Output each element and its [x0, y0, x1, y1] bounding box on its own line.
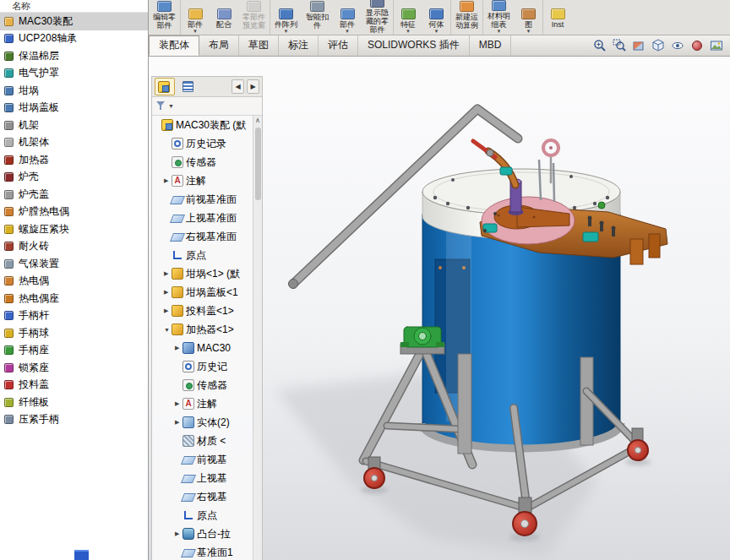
- display-style-icon[interactable]: [650, 37, 667, 54]
- component-list-item[interactable]: 加热器: [0, 151, 148, 169]
- component-list-item[interactable]: 手柄杆: [0, 307, 148, 325]
- tree-item[interactable]: 上视基: [152, 469, 253, 487]
- tree-item[interactable]: ▶ 注解: [152, 171, 253, 190]
- ribbon-button[interactable]: 图 ▼: [515, 0, 543, 35]
- zoom-fit-icon[interactable]: [591, 37, 608, 54]
- tree-item[interactable]: ▶ 注解: [152, 394, 253, 413]
- ribbon-button[interactable]: 材料明 细表 ▼: [483, 0, 515, 35]
- panel-left-arrow[interactable]: ◀: [232, 79, 244, 94]
- component-list-item[interactable]: 机架: [0, 117, 148, 134]
- component-list-item[interactable]: 耐火砖: [0, 238, 148, 256]
- tree-item[interactable]: 原点: [152, 506, 253, 525]
- hide-show-items-icon[interactable]: [669, 37, 686, 54]
- part-icon: [4, 121, 14, 130]
- name-column-header[interactable]: 名称: [0, 0, 148, 13]
- component-list-item[interactable]: 保温棉层: [0, 47, 148, 65]
- dropdown-arrow-icon: ▼: [434, 29, 439, 34]
- ribbon-button[interactable]: Inst: [543, 0, 572, 35]
- featuremanager-tab[interactable]: [155, 78, 175, 95]
- commandmanager-tab[interactable]: SOLIDWORKS 插件: [358, 35, 470, 56]
- displaymanager-tab[interactable]: [177, 78, 198, 95]
- ribbon-button[interactable]: 编辑零 部件: [149, 0, 181, 35]
- scroll-up-arrow[interactable]: ∧: [255, 116, 260, 126]
- ribbon-button[interactable]: 何体 ▼: [422, 0, 451, 35]
- tree-item[interactable]: ▶ 坩埚盖板<1: [152, 283, 253, 302]
- tree-item[interactable]: 基准面1: [152, 543, 253, 560]
- component-list-item[interactable]: 锁紧座: [0, 359, 148, 377]
- ribbon-button[interactable]: 件阵列 ▼: [270, 0, 302, 35]
- expand-arrow-icon[interactable]: ▶: [175, 530, 182, 537]
- section-view-icon[interactable]: [630, 37, 647, 54]
- tree-item[interactable]: 原点: [152, 246, 253, 264]
- part-icon: [4, 294, 14, 303]
- apply-scene-icon[interactable]: [708, 37, 725, 54]
- part-icon: [4, 242, 14, 251]
- component-list-item[interactable]: 纤维板: [0, 394, 148, 411]
- tree-item[interactable]: 传感器: [152, 376, 253, 394]
- tree-item[interactable]: ▼ 加热器<1>: [152, 320, 253, 339]
- expand-arrow-icon[interactable]: ▶: [164, 289, 172, 296]
- expand-arrow-icon[interactable]: ▼: [164, 327, 172, 333]
- featuremanager-tab-row: ◀ ▶: [152, 77, 262, 97]
- edit-appearance-icon[interactable]: [689, 37, 705, 54]
- tree-item[interactable]: 右视基: [152, 487, 253, 506]
- tree-item[interactable]: ▶ MAC30: [152, 339, 253, 357]
- tree-scrollbar[interactable]: ∧: [253, 116, 262, 560]
- component-list-item[interactable]: 炉膛热电偶: [0, 204, 148, 221]
- tree-filter-row[interactable]: ▼: [152, 97, 262, 116]
- expand-arrow-icon[interactable]: ▶: [175, 400, 182, 407]
- tree-item[interactable]: 前视基: [152, 450, 253, 469]
- expand-arrow-icon[interactable]: ▶: [164, 177, 172, 184]
- tree-item[interactable]: 历史记录: [152, 134, 253, 153]
- component-list-item[interactable]: 手柄球: [0, 324, 148, 342]
- tree-item[interactable]: 传感器: [152, 153, 253, 171]
- component-list-item[interactable]: 热电偶座: [0, 290, 148, 307]
- commandmanager-tab[interactable]: 草图: [239, 35, 279, 56]
- commandmanager-tab[interactable]: MBD: [470, 35, 512, 56]
- component-list-item[interactable]: 投料盖: [0, 377, 148, 394]
- tree-item[interactable]: ▶ 实体(2): [152, 413, 253, 432]
- component-list-item[interactable]: 手柄座: [0, 342, 148, 360]
- ribbon-button[interactable]: 部件 ▼: [333, 0, 362, 35]
- tree-item[interactable]: ▶ 坩埚<1> (默: [152, 264, 253, 283]
- tree-item[interactable]: 右视基准面: [152, 227, 253, 246]
- scrollbar-thumb[interactable]: [255, 128, 261, 200]
- panel-right-arrow[interactable]: ▶: [247, 79, 259, 94]
- component-list-item[interactable]: 螺旋压紧块: [0, 220, 148, 238]
- tree-item[interactable]: 材质 <: [152, 432, 253, 450]
- tree-item[interactable]: ▶ 凸台-拉: [152, 525, 253, 543]
- tree-item[interactable]: 上视基准面: [152, 209, 253, 227]
- tree-item[interactable]: 前视基准面: [152, 190, 253, 209]
- filter-dropdown-arrow-icon[interactable]: ▼: [168, 103, 174, 109]
- tree-item[interactable]: ▶ 投料盖<1>: [152, 302, 253, 320]
- tree-item[interactable]: 历史记: [152, 357, 253, 376]
- component-list-item[interactable]: 炉壳盖: [0, 186, 148, 204]
- component-list-item[interactable]: 坩埚: [0, 82, 148, 100]
- expand-arrow-icon[interactable]: ▶: [175, 419, 182, 426]
- component-list-item[interactable]: 炉壳: [0, 169, 148, 187]
- ribbon-button[interactable]: 智能扣 件: [302, 0, 333, 35]
- expand-arrow-icon[interactable]: ▶: [175, 345, 182, 351]
- ribbon-button[interactable]: 部件 ▼: [181, 0, 210, 35]
- component-list-item[interactable]: 气保装置: [0, 255, 148, 273]
- expand-arrow-icon[interactable]: ▶: [164, 270, 172, 277]
- expand-arrow-icon[interactable]: ▶: [164, 307, 172, 314]
- ribbon-button[interactable]: 新建运 动算例: [451, 0, 483, 35]
- ribbon-button[interactable]: 显示隐 藏的零 部件: [362, 0, 394, 35]
- commandmanager-tab[interactable]: 布局: [199, 35, 239, 56]
- component-list-item[interactable]: 机架体: [0, 134, 148, 152]
- component-list-item[interactable]: 坩埚盖板: [0, 100, 148, 117]
- commandmanager-tab[interactable]: 评估: [319, 35, 358, 56]
- component-list-item[interactable]: MAC30装配: [0, 13, 148, 30]
- ribbon-button[interactable]: 特征 ▼: [394, 0, 422, 35]
- component-list-item[interactable]: 热电偶: [0, 273, 148, 291]
- ribbon-button[interactable]: 零部件 预览窗: [238, 0, 270, 35]
- zoom-area-icon[interactable]: [611, 37, 628, 54]
- component-list-item[interactable]: UCP208轴承: [0, 30, 148, 48]
- commandmanager-tab[interactable]: 装配体: [149, 35, 199, 56]
- commandmanager-tab[interactable]: 标注: [279, 35, 319, 56]
- component-list-item[interactable]: 压紧手柄: [0, 411, 148, 429]
- tree-item[interactable]: MAC30装配 (默: [152, 116, 253, 134]
- component-list-item[interactable]: 电气护罩: [0, 65, 148, 83]
- ribbon-button[interactable]: 配合: [210, 0, 238, 35]
